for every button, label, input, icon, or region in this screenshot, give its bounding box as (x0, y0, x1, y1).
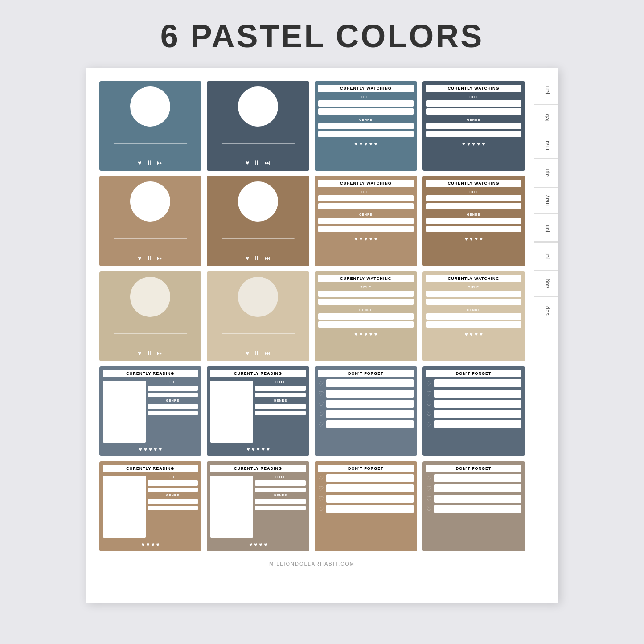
title-label: TITLE (318, 95, 414, 98)
heart-3: ♥ (472, 141, 475, 147)
sticker-grid: ♥ ⏸ ⏭ ♥ ⏸ ⏭ CURENTLY WATCHING TITLE GENR… (86, 68, 534, 603)
heart-icon: ♥ (138, 254, 141, 262)
reading-header: CURENTLY READING (210, 465, 306, 472)
forget-sticker-2: DON'T FORGET ♡ ♡ ♡ ♡ ♡ (422, 366, 525, 456)
tab-sep[interactable]: sep (534, 298, 558, 324)
controls: ♥ ⏸ ⏭ (138, 254, 163, 262)
controls: ♥ ⏸ ⏭ (246, 254, 271, 262)
heart-1: ♥ (464, 331, 468, 337)
heart-icon: ♥ (246, 159, 249, 166)
pause-icon: ⏸ (146, 349, 152, 357)
forget-heart-icon: ♡ (426, 495, 432, 502)
forget-heart-icon: ♡ (426, 400, 432, 407)
forget-header: DON'T FORGET (426, 370, 521, 377)
heart-icon: ♥ (246, 254, 249, 262)
heart-1: ♥ (354, 141, 357, 147)
heart-4: ♥ (262, 446, 265, 452)
title-input-2 (318, 299, 414, 305)
heart-1: ♥ (462, 141, 465, 147)
forget-item-2: ♡ (426, 390, 521, 398)
title-input (426, 195, 521, 201)
heart-3: ♥ (364, 141, 367, 147)
tab-sidebar: jan feb mar apr may jun jul aug sep (534, 68, 558, 603)
genre-input-2 (255, 506, 306, 510)
tab-apr[interactable]: apr (534, 160, 558, 186)
forget-heart-icon: ♡ (318, 485, 324, 492)
genre-input-2 (318, 226, 414, 232)
pause-icon: ⏸ (254, 254, 260, 262)
title-input-2 (255, 393, 306, 397)
genre-input-2 (426, 131, 521, 137)
forget-line (326, 390, 414, 398)
reading-sticker-3: CURENTLY READING TITLE GENRE ♥ ♥ ♥ ♥ (99, 461, 202, 551)
tab-may[interactable]: may (534, 187, 558, 214)
genre-input (318, 123, 414, 129)
reading-details: TITLE GENRE (148, 476, 198, 537)
title-label: TITLE (148, 381, 198, 384)
heart-2: ♥ (251, 446, 254, 452)
tab-mar[interactable]: mar (534, 132, 558, 159)
heart-2: ♥ (144, 446, 147, 452)
forget-sticker-1: DON'T FORGET ♡ ♡ ♡ ♡ ♡ (315, 366, 417, 456)
reading-header: CURENTLY READING (103, 465, 198, 472)
progress-bar (222, 333, 295, 334)
genre-input (255, 404, 306, 409)
reading-sticker-1: CURENTLY READING TITLE GENRE ♥ ♥ ♥ ♥ ♥ (99, 366, 202, 456)
title-input-2 (426, 108, 521, 115)
watching-header: CURENTLY WATCHING (318, 85, 414, 92)
genre-label: GENRE (255, 399, 306, 402)
book-cover (103, 381, 146, 443)
reading-details: TITLE GENRE (255, 476, 306, 537)
forget-item-1: ♡ (426, 379, 521, 387)
heart-4: ♥ (369, 331, 372, 337)
heart-1: ♥ (249, 541, 252, 548)
forget-line (434, 495, 521, 503)
genre-input (318, 313, 414, 320)
pause-icon: ⏸ (146, 159, 152, 166)
title-input-2 (426, 203, 521, 209)
heart-2: ♥ (254, 541, 257, 548)
forget-sticker-3: DON'T FORGET ♡ ♡ ♡ ♡ (315, 461, 417, 551)
genre-label: GENRE (255, 494, 306, 497)
watching-sticker-3: CURENTLY WATCHING TITLE GENRE ♥ ♥ ♥ ♥ ♥ (315, 176, 417, 266)
forget-heart-icon: ♡ (318, 390, 324, 397)
reading-sticker-4: CURENTLY READING TITLE GENRE ♥ ♥ ♥ ♥ (207, 461, 309, 551)
heart-3: ♥ (364, 236, 367, 242)
controls: ♥ ⏸ ⏭ (246, 349, 271, 357)
forget-item-3: ♡ (318, 400, 414, 408)
genre-input-2 (148, 506, 198, 510)
tab-jul[interactable]: jul (534, 242, 558, 269)
watching-sticker-4: CURENTLY WATCHING TITLE GENRE ♥ ♥ ♥ ♥ (422, 176, 525, 266)
forget-item-3: ♡ (318, 495, 414, 503)
title-label: TITLE (426, 190, 521, 193)
forget-header: DON'T FORGET (426, 465, 521, 472)
album-art (238, 277, 278, 317)
forget-line (326, 505, 414, 513)
genre-input (426, 123, 521, 129)
tab-aug[interactable]: aug (534, 270, 558, 297)
watching-sticker-1: CURENTLY WATCHING TITLE GENRE ♥ ♥ ♥ ♥ ♥ (315, 81, 417, 171)
heart-1: ♥ (246, 446, 250, 452)
heart-3: ♥ (259, 541, 262, 548)
heart-icon: ♥ (138, 349, 141, 357)
forget-item-2: ♡ (318, 390, 414, 398)
genre-label: GENRE (426, 308, 521, 312)
forget-item-4: ♡ (318, 410, 414, 418)
tab-jun[interactable]: jun (534, 215, 558, 242)
music-sticker-3: ♥ ⏸ ⏭ (99, 176, 202, 266)
forget-heart-icon: ♡ (426, 485, 432, 492)
genre-label: GENRE (426, 213, 521, 216)
title-input-2 (148, 488, 198, 492)
genre-input (148, 404, 198, 409)
album-art (130, 277, 170, 317)
tab-jan[interactable]: jan (534, 77, 558, 103)
heart-4: ♥ (154, 446, 157, 452)
title-label: TITLE (426, 286, 521, 289)
tab-feb[interactable]: feb (534, 104, 558, 131)
pause-icon: ⏸ (254, 349, 260, 357)
forget-header: DON'T FORGET (318, 465, 414, 472)
heart-4: ♥ (480, 236, 483, 242)
music-sticker-5: ♥ ⏸ ⏭ (99, 271, 202, 361)
genre-input-2 (148, 411, 198, 415)
forget-item-3: ♡ (426, 495, 521, 503)
